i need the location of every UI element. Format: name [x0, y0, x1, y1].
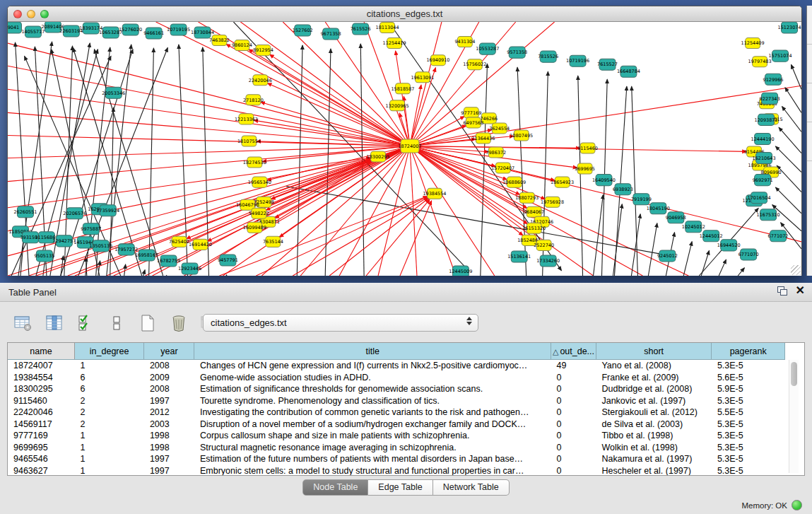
table-cell: Jankovic et al. (1997) [596, 395, 711, 407]
column-header-title[interactable]: title [194, 343, 551, 360]
table-cell: 2009 [144, 372, 194, 384]
table-cell: 5.3E-5 [712, 419, 785, 431]
float-panel-icon[interactable] [777, 286, 787, 296]
table-cell: de Silva et al. (2003) [596, 419, 711, 431]
table-cell: Disruption of a novel member of a sodium… [194, 419, 551, 431]
graph-node-label: 12445009 [449, 269, 472, 274]
memory-ok-indicator [792, 500, 802, 510]
show-hide-columns-button[interactable] [75, 313, 96, 334]
graph-node-label: 16944520 [717, 243, 741, 248]
table-cell: 18300295 [8, 383, 74, 395]
graph-node-label: 18113044 [376, 25, 399, 30]
graph-node-label: 7815526 [538, 54, 558, 59]
graph-node-label: 9684067 [524, 209, 544, 215]
tab-network-table[interactable]: Network Table [433, 479, 510, 496]
table-cell: 1997 [144, 465, 194, 477]
table-cell: 5.3E-5 [712, 442, 785, 454]
table-cell: Tourette syndrome. Phenomenology and cla… [194, 395, 551, 407]
table-row[interactable]: 977716911998Corpus callosum shape and si… [8, 430, 785, 442]
close-panel-icon[interactable]: ✕ [796, 286, 805, 296]
table-cell: 5.3E-5 [712, 453, 785, 465]
table-scrollbar[interactable] [789, 360, 799, 473]
graph-node-label: 21364436 [471, 136, 495, 141]
table-row[interactable]: 969969511998Structural magnetic resonanc… [8, 442, 785, 454]
graph-node-label: 17334260 [536, 258, 560, 264]
table-cell: 5.9E-5 [712, 383, 785, 395]
graph-node-label: 18045190 [647, 206, 670, 211]
graph-node-label: 6497568 [463, 120, 483, 126]
table-cell: 1998 [144, 442, 194, 454]
graph-node-label: 16940910 [426, 57, 449, 63]
column-header-out_de[interactable]: △out_de... [551, 343, 596, 360]
graph-node-label: 15123074 [778, 25, 801, 30]
resize-grip[interactable] [791, 265, 801, 275]
window-titlebar[interactable]: citations_edges.txt [8, 6, 801, 22]
graph-node-label: 11675310 [757, 212, 780, 218]
column-header-year[interactable]: year [144, 343, 194, 360]
status-bar: Memory: OK [0, 497, 812, 514]
graph-node-label: 12942757 [52, 238, 76, 244]
graph-node-label: 11254409 [741, 40, 765, 46]
row-options-button[interactable] [106, 313, 127, 334]
table-row[interactable]: 1938455462009Genome-wide association stu… [8, 372, 785, 384]
table-cell: 9463627 [8, 465, 74, 477]
table-cell: 0 [551, 419, 596, 431]
table-cell: 1 [74, 453, 143, 465]
table-cell: 1 [74, 360, 143, 372]
table-select-value: citations_edges.txt [211, 317, 287, 328]
column-header-in_degree[interactable]: in_degree [74, 343, 143, 360]
select-column-button[interactable] [44, 313, 65, 334]
tab-edge-table[interactable]: Edge Table [368, 479, 433, 496]
memory-status-label: Memory: OK [741, 501, 787, 510]
table-row[interactable]: 946362711997Embryonic stem cells: a mode… [8, 465, 785, 477]
graph-node-label: 15136141 [507, 254, 531, 259]
table-row[interactable]: 911546021997Tourette syndrome. Phenomeno… [8, 395, 785, 407]
scrollbar-thumb[interactable] [791, 362, 797, 386]
column-header-pagerank[interactable]: pagerank [712, 343, 785, 360]
graph-node-label: 18300295 [367, 154, 390, 160]
table-select-dropdown[interactable]: citations_edges.txt [203, 314, 478, 332]
graph-node-label: 26260551 [13, 209, 37, 215]
table-row[interactable]: 946554611997Estimation of the future num… [8, 453, 785, 465]
window-title: citations_edges.txt [8, 8, 801, 19]
table-row[interactable]: 2242004622012Investigating the contribut… [8, 407, 785, 419]
graph-node-label: 9777169 [461, 110, 481, 116]
graph-node-label: 7615527 [597, 62, 618, 67]
graph-node-label: 12213363 [235, 117, 258, 122]
table-panel: Table Panel ✕ [0, 283, 812, 514]
graph-node-label: 9041 [8, 25, 19, 30]
tab-node-table[interactable]: Node Table [302, 479, 368, 496]
table-row[interactable]: 1830029562008Estimation of significance … [8, 383, 785, 395]
graph-node-label: 22420046 [249, 78, 272, 83]
graph-node-label: 13200965 [386, 103, 409, 109]
graph-node-label: 5498222 [249, 211, 269, 216]
graph-node-label: 1527602 [293, 28, 313, 33]
table-cell: 2008 [144, 360, 194, 372]
table-cell: 1 [74, 442, 143, 454]
background-window-edge [806, 6, 812, 276]
delete-table-button[interactable] [168, 313, 189, 334]
table-cell: 5.3E-5 [712, 360, 785, 372]
graph-node-label: 7635144 [263, 239, 283, 245]
column-header-name[interactable]: name [8, 343, 74, 360]
table-cell: 5.3E-5 [712, 465, 785, 477]
table-row[interactable]: 1872400712008Changes of HCN gene express… [8, 360, 785, 372]
table-cell: 1997 [144, 453, 194, 465]
graph-node-label: 15756022 [463, 62, 486, 67]
graph-node-label: 9571358 [507, 49, 527, 55]
network-canvas[interactable]: 1872400774638229860124891295422420046271… [8, 22, 801, 276]
table-cell: 0 [551, 395, 596, 407]
table-settings-button[interactable] [13, 313, 34, 334]
table-cell: 5.5E-5 [712, 407, 785, 419]
column-header-short[interactable]: short [596, 343, 711, 360]
table-cell: 19384554 [8, 372, 74, 384]
table-cell: 2 [74, 395, 143, 407]
table-cell: Embryonic stem cells: a model to study s… [194, 465, 551, 477]
create-table-button[interactable] [137, 313, 158, 334]
table-cell: Wolkin et al. (1998) [596, 442, 711, 454]
graph-node-label: 9466161 [143, 30, 164, 36]
table-row[interactable]: 1456911722003Disruption of a novel membe… [8, 419, 785, 431]
table-cell: 14569117 [8, 419, 74, 431]
graph-node-label: 9129966 [763, 77, 784, 83]
table-cell: 5.6E-5 [712, 372, 785, 384]
